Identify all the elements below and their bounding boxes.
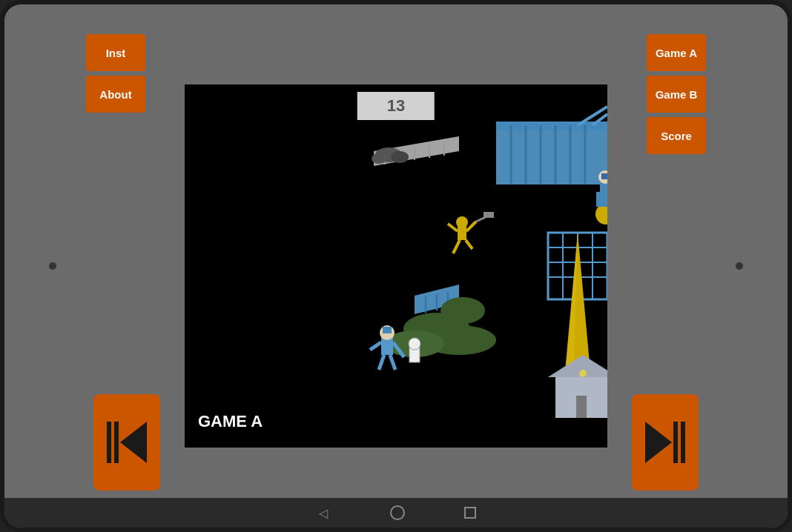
svg-rect-66 [601, 173, 607, 179]
content-area: Inst About Game A Game B Score 13 [4, 4, 788, 528]
game-b-button[interactable]: Game B [647, 76, 706, 113]
double-bar-left [107, 422, 119, 463]
arrow-right-triangle [645, 422, 672, 463]
svg-line-75 [379, 355, 384, 370]
svg-line-82 [466, 222, 476, 231]
svg-text:GAME A: GAME A [198, 412, 263, 430]
right-arrow-icon [645, 422, 685, 463]
right-panel: Game A Game B Score [647, 34, 706, 154]
double-bar-right [673, 422, 685, 463]
score-display: 13 [357, 92, 435, 120]
camera-left [49, 262, 56, 270]
camera-right [736, 262, 743, 270]
nav-home-button[interactable] [390, 505, 405, 520]
svg-marker-44 [548, 355, 607, 377]
svg-rect-0 [496, 125, 607, 184]
svg-point-88 [391, 151, 409, 163]
svg-rect-86 [484, 212, 494, 218]
nav-recent-button[interactable] [464, 507, 476, 519]
svg-point-39 [440, 297, 485, 324]
bar-line-4 [681, 422, 685, 463]
svg-line-73 [370, 342, 381, 350]
left-arrow-button[interactable] [93, 394, 160, 491]
tablet-frame: Inst About Game A Game B Score 13 [0, 0, 792, 532]
game-scene: GAME A [185, 84, 607, 448]
right-arrow-button[interactable] [632, 394, 699, 491]
svg-point-46 [579, 370, 587, 377]
svg-point-62 [595, 204, 607, 225]
left-panel: Inst About [86, 34, 145, 113]
svg-rect-45 [576, 396, 587, 418]
about-button[interactable]: About [86, 76, 145, 113]
svg-rect-72 [383, 327, 392, 333]
score-button[interactable]: Score [647, 117, 706, 154]
android-nav-bar: ◁ [4, 498, 788, 528]
svg-point-89 [372, 153, 386, 164]
svg-line-81 [448, 224, 458, 231]
svg-rect-1 [496, 122, 607, 130]
svg-line-76 [390, 355, 395, 370]
nav-back-button[interactable]: ◁ [316, 505, 331, 520]
bar-line-2 [114, 422, 119, 463]
bar-line-1 [107, 422, 111, 463]
bar-line-3 [673, 422, 678, 463]
svg-line-83 [453, 240, 460, 253]
arrow-left-triangle [120, 422, 147, 463]
svg-line-84 [466, 240, 472, 249]
game-canvas: 13 [185, 84, 607, 448]
back-icon[interactable]: ◁ [319, 506, 328, 520]
left-arrow-icon [107, 422, 147, 463]
svg-point-78 [409, 338, 420, 350]
svg-point-80 [456, 216, 468, 228]
inst-button[interactable]: Inst [86, 34, 145, 71]
game-a-button[interactable]: Game A [647, 34, 706, 71]
